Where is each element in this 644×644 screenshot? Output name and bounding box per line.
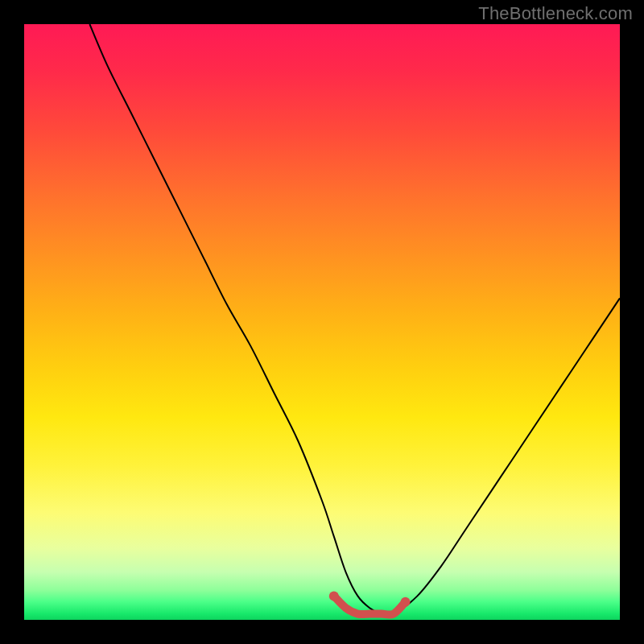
optimal-range-start-dot (329, 591, 339, 601)
optimal-range-marker (329, 591, 411, 614)
plot-area (24, 24, 620, 620)
bottleneck-curve-path (89, 24, 620, 616)
watermark-text: TheBottleneck.com (478, 3, 633, 24)
chart-frame: TheBottleneck.com (0, 0, 644, 644)
optimal-range-path (334, 596, 406, 614)
optimal-range-end-dot (401, 597, 411, 607)
bottleneck-curve (89, 24, 620, 616)
curve-layer (24, 24, 620, 620)
